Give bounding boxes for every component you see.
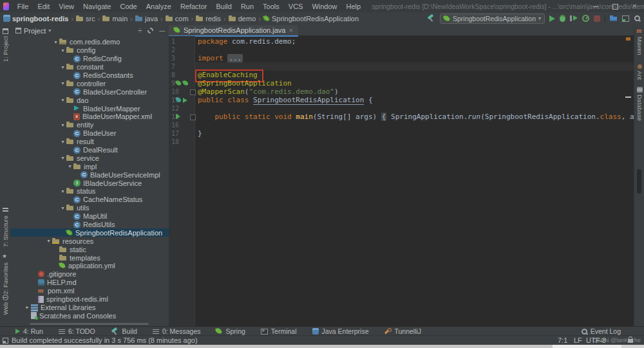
gear-icon[interactable] <box>147 28 153 33</box>
menu-analyze[interactable]: Analyze <box>142 3 176 10</box>
chevron-down-icon[interactable]: ▾ <box>52 39 59 45</box>
run-config-select[interactable]: SpringbootRedisApplication ▾ <box>440 14 545 24</box>
code-line-1[interactable]: 1package com.redis.demo; <box>169 37 634 46</box>
code-line-2[interactable]: 2 <box>169 46 634 54</box>
tool-window-button-build[interactable]: Build <box>111 327 137 336</box>
breadcrumb-main[interactable]: main <box>102 15 128 23</box>
hide-panel-icon[interactable]: ─ <box>159 26 165 35</box>
code-line-3[interactable]: 3import ... <box>169 54 634 62</box>
breadcrumb-redis[interactable]: redis <box>196 15 221 23</box>
tree-item-result[interactable]: ▾result <box>10 138 169 146</box>
chevron-down-icon[interactable]: ▾ <box>59 80 66 86</box>
restore-layout-icon[interactable] <box>622 15 629 22</box>
spring-gutter-icon[interactable] <box>183 80 189 86</box>
tree-item-entity[interactable]: ▾entity <box>10 121 169 129</box>
chevron-down-icon[interactable]: ▾ <box>59 205 66 211</box>
close-button[interactable]: × <box>625 0 644 12</box>
tree-item-bladeuser[interactable]: BladeUser <box>10 129 169 138</box>
build-hammer-icon[interactable] <box>427 14 435 23</box>
chevron-down-icon[interactable]: ▾ <box>59 122 66 128</box>
tree-item-service[interactable]: ▾service <box>10 154 169 162</box>
breadcrumb-demo[interactable]: demo <box>229 15 256 23</box>
code-line-8[interactable]: 8@EnableCaching <box>169 71 634 79</box>
code-line-18[interactable]: 18 <box>169 138 634 146</box>
tree-item-scratches-and-consoles[interactable]: Scratches and Consoles <box>10 311 169 320</box>
tool-window-button-tunnellij[interactable]: TunnelliJ <box>384 327 421 335</box>
caret-position[interactable]: 7:1 <box>558 336 567 344</box>
menu-build[interactable]: Build <box>211 3 236 10</box>
profiler-button[interactable] <box>582 15 589 22</box>
editor-area[interactable]: SpringbootRedisApplication.java × 1packa… <box>169 24 634 326</box>
project-settings-icon[interactable] <box>610 15 618 22</box>
fold-marker-icon[interactable] <box>190 89 196 95</box>
tool-window-button-terminal[interactable]: Terminal <box>261 327 297 335</box>
chevron-down-icon[interactable]: ▾ <box>66 163 73 169</box>
tree-item-redisconfig[interactable]: RedisConfig <box>10 55 169 63</box>
breadcrumb-com[interactable]: com <box>166 15 189 23</box>
menu-vcs[interactable]: VCS <box>284 3 308 10</box>
tool-window-button-spring[interactable]: Spring <box>216 327 245 335</box>
stripe-database[interactable]: Database <box>634 87 644 121</box>
minimize-button[interactable] <box>586 0 605 12</box>
tree-item-config[interactable]: ▾config <box>10 46 169 55</box>
breadcrumb-src[interactable]: src <box>76 15 95 23</box>
tree-item-controller[interactable]: ▾controller <box>10 79 169 87</box>
menu-help[interactable]: Help <box>342 3 366 10</box>
code-line-9[interactable]: 9@SpringBootApplication <box>169 79 634 87</box>
tree-item-resources[interactable]: ▾resources <box>10 237 169 245</box>
tree-item-bladeusermapper-xml[interactable]: BladeUserMapper.xml <box>10 113 169 121</box>
tool-window-button-4-run[interactable]: 4: Run <box>15 327 43 335</box>
tab-springbootredisapplication[interactable]: SpringbootRedisApplication.java × <box>169 25 298 37</box>
tree-item-springboot-redis-iml[interactable]: springboot-redis.iml <box>10 295 169 304</box>
tree-item-ibladeuserservice[interactable]: IBladeUserService <box>10 179 169 187</box>
tree-item-bladeuserserviceimpl[interactable]: BladeUserServiceImpl <box>10 170 169 179</box>
stripe-web[interactable]: Web <box>0 295 10 315</box>
tree-item-impl[interactable]: ▾impl <box>10 162 169 170</box>
stripe-1-project[interactable]: 1: Project <box>0 28 10 62</box>
tree-item-help-md[interactable]: HELP.md <box>10 279 169 287</box>
chevron-right-icon[interactable]: ▸ <box>24 304 31 310</box>
chevron-down-icon[interactable]: ▾ <box>59 155 66 161</box>
code-line-13[interactable]: 13 public static void main(String[] args… <box>169 113 634 121</box>
menu-navigate[interactable]: Navigate <box>79 3 115 10</box>
stripe-7-structure[interactable]: 7: Structure <box>0 208 10 247</box>
tree-item-redisconstants[interactable]: RedisConstants <box>10 71 169 80</box>
tree-item-bladeusermapper[interactable]: BladeUserMapper <box>10 104 169 113</box>
chevron-down-icon[interactable]: ▾ <box>59 97 66 103</box>
code-view[interactable]: 1package com.redis.demo;23import ...78@E… <box>169 36 634 146</box>
fold-marker-icon[interactable] <box>190 114 196 120</box>
menu-refactor[interactable]: Refactor <box>176 3 212 10</box>
chevron-down-icon[interactable]: ▾ <box>59 139 66 145</box>
tree-item-templates[interactable]: templates <box>10 253 169 262</box>
spring-gutter-icon[interactable] <box>176 80 182 86</box>
tree-item-bladeusercontroller[interactable]: BladeUserController <box>10 87 169 96</box>
stripe-maven[interactable]: Maven <box>634 29 644 55</box>
chevron-down-icon[interactable]: ▾ <box>59 64 66 70</box>
menu-edit[interactable]: Edit <box>33 3 54 10</box>
code-line-17[interactable]: 17} <box>169 129 634 138</box>
coverage-button[interactable] <box>570 15 578 22</box>
tree-item-pom-xml[interactable]: pom.xml <box>10 287 169 295</box>
code-line-12[interactable]: 12 <box>169 104 634 113</box>
menu-window[interactable]: Window <box>307 3 341 10</box>
code-line-16[interactable]: 16 <box>169 121 634 129</box>
tab-close-icon[interactable]: × <box>289 26 292 34</box>
menu-file[interactable]: File <box>13 3 33 10</box>
run-gutter-icon[interactable] <box>176 114 180 119</box>
tool-window-button-java-enterprise[interactable]: Java Enterprise <box>312 327 369 335</box>
tree-item-dealresult[interactable]: DealResult <box>10 146 169 154</box>
stripe-ant[interactable]: Ant <box>634 64 644 80</box>
menu-tools[interactable]: Tools <box>258 3 284 10</box>
chevron-down-icon[interactable]: ▾ <box>59 48 66 53</box>
code-line-11[interactable]: 11public class SpringbootRedisApplicatio… <box>169 96 634 104</box>
tree-item-maputil[interactable]: MapUtil <box>10 212 169 221</box>
stop-button[interactable] <box>594 15 600 22</box>
tree-item-utils[interactable]: ▾utils <box>10 204 169 212</box>
debug-button[interactable] <box>560 15 565 22</box>
horizontal-scrollbar[interactable] <box>30 323 149 325</box>
tree-item-springbootredisapplication[interactable]: SpringbootRedisApplication <box>10 228 169 237</box>
line-separator[interactable]: LF <box>574 336 582 344</box>
stripe-2-favorites[interactable]: 2: Favorites <box>0 254 10 295</box>
search-everywhere-icon[interactable] <box>634 15 641 23</box>
tool-window-button-0-messages[interactable]: 0: Messages <box>153 327 201 335</box>
